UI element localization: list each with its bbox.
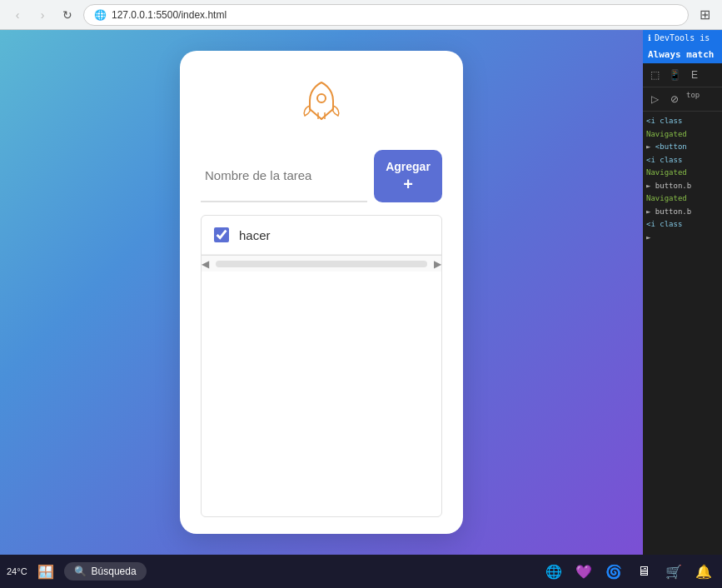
devtools-line-2: Navigated — [646, 128, 719, 142]
devtools-line-8: ► button.b — [646, 206, 719, 219]
devtools-content: <i class Navigated ► <button <i class Na… — [643, 112, 722, 555]
task-list-inner[interactable]: hacer — [202, 216, 441, 255]
back-button[interactable]: ‹ — [8, 6, 27, 24]
devtools-more-btn[interactable]: E — [686, 67, 703, 83]
input-row: Agregar + — [201, 150, 442, 202]
taskbar: 24°C 🪟 🔍 Búsqueda 🌐 💜 🌀 🖥 🛒 🔔 — [0, 555, 722, 588]
devtools-line-4: <i class — [646, 154, 719, 167]
taskbar-icon-1[interactable]: 🌐 — [542, 560, 565, 583]
reload-button[interactable]: ↻ — [58, 6, 77, 24]
url-text: 127.0.0.1:5500/index.html — [112, 9, 227, 21]
scroll-left-arrow[interactable]: ◀ — [202, 258, 209, 270]
rocket-icon — [296, 76, 346, 126]
grid-button[interactable]: ⊞ — [695, 6, 714, 24]
address-bar[interactable]: 🌐 127.0.0.1:5500/index.html — [83, 4, 689, 26]
app-card: Agregar + hacer ◀ ▶ — [180, 51, 463, 534]
browser-chrome: ‹ › ↻ 🌐 127.0.0.1:5500/index.html ⊞ — [0, 0, 722, 30]
taskbar-icon-4[interactable]: 🖥 — [632, 560, 655, 583]
search-label: Búsqueda — [92, 566, 137, 577]
devtools-device-btn[interactable]: 📱 — [666, 67, 683, 83]
always-match-button[interactable]: Always match — [643, 46, 722, 63]
taskbar-icon-2[interactable]: 💜 — [572, 560, 595, 583]
devtools-line-10: ► — [646, 232, 719, 245]
taskbar-icon-6[interactable]: 🔔 — [692, 560, 715, 583]
app-area: Agregar + hacer ◀ ▶ — [0, 30, 643, 555]
taskbar-search[interactable]: 🔍 Búsqueda — [64, 562, 147, 581]
plus-icon: + — [403, 176, 413, 192]
devtools-line-1: <i class — [646, 115, 719, 128]
task-checkbox[interactable] — [214, 227, 229, 242]
devtools-line-6: ► button.b — [646, 180, 719, 193]
add-button[interactable]: Agregar + — [374, 150, 442, 202]
task-label: hacer — [239, 228, 271, 242]
devtools-toolbar2: ▷ ⊘ top — [643, 87, 722, 112]
svg-point-0 — [317, 94, 326, 102]
devtools-panel: ℹ DevTools is Always match ⬚ 📱 E ▷ ⊘ top… — [643, 30, 722, 555]
task-input[interactable] — [201, 150, 367, 202]
devtools-line-5: Navigated — [646, 167, 719, 180]
devtools-line-7: Navigated — [646, 192, 719, 206]
scroll-right-arrow[interactable]: ▶ — [434, 258, 441, 270]
scroll-indicator: ◀ ▶ — [202, 255, 441, 272]
taskbar-icon-5[interactable]: 🛒 — [662, 560, 685, 583]
task-item: hacer — [202, 216, 441, 255]
devtools-inspect-btn[interactable]: ⬚ — [646, 67, 663, 83]
globe-icon: 🌐 — [94, 9, 107, 21]
taskbar-icon-3[interactable]: 🌀 — [602, 560, 625, 583]
temperature-display: 24°C — [7, 566, 27, 576]
forward-button[interactable]: › — [33, 6, 52, 24]
search-icon: 🔍 — [74, 566, 87, 577]
scroll-track[interactable] — [216, 261, 427, 267]
devtools-block-btn[interactable]: ⊘ — [666, 91, 683, 107]
add-button-label: Agregar — [386, 160, 431, 173]
main-content: Agregar + hacer ◀ ▶ — [0, 30, 722, 555]
task-list-wrapper: hacer ◀ ▶ — [201, 215, 442, 517]
devtools-info-bar: ℹ DevTools is — [643, 30, 722, 46]
devtools-top-label: top — [686, 91, 700, 107]
rocket-container — [296, 76, 346, 129]
devtools-info-icon: ℹ — [648, 33, 651, 42]
devtools-line-9: <i class — [646, 218, 719, 232]
devtools-play-btn[interactable]: ▷ — [646, 91, 663, 107]
devtools-toolbar: ⬚ 📱 E — [643, 63, 722, 87]
temp-value: 24°C — [7, 566, 27, 576]
devtools-line-3: ► <button — [646, 141, 719, 154]
devtools-info-text: DevTools is — [655, 33, 710, 42]
taskbar-windows-icon[interactable]: 🪟 — [34, 560, 57, 583]
